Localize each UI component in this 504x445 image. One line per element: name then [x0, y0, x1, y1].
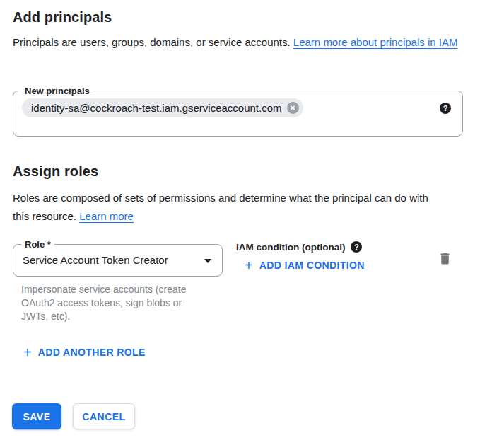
- cancel-button[interactable]: CANCEL: [73, 403, 135, 429]
- learn-more-principals-link[interactable]: Learn more about principals in IAM: [293, 36, 458, 48]
- add-iam-condition-button[interactable]: + ADD IAM CONDITION: [245, 260, 365, 271]
- dropdown-arrow-icon: [204, 259, 211, 263]
- plus-icon: +: [245, 260, 253, 271]
- principal-chip-text: identity-sa@cockroach-test.iam.gservicea…: [31, 102, 282, 114]
- roles-description-text: Roles are composed of sets of permission…: [13, 192, 428, 222]
- iam-condition-help-icon[interactable]: ?: [351, 241, 362, 253]
- principals-description: Principals are users, groups, domains, o…: [13, 33, 465, 52]
- new-principals-field[interactable]: New principals identity-sa@cockroach-tes…: [13, 91, 463, 137]
- assign-roles-title: Assign roles: [13, 163, 98, 180]
- iam-condition-label: IAM condition (optional): [236, 242, 345, 253]
- add-principals-title: Add principals: [13, 9, 112, 25]
- role-selected-value: Service Account Token Creator: [23, 245, 168, 276]
- save-button[interactable]: SAVE: [12, 403, 61, 429]
- plus-icon: +: [23, 347, 32, 358]
- principal-chip[interactable]: identity-sa@cockroach-test.iam.gservicea…: [22, 98, 303, 117]
- chip-remove-icon[interactable]: ✕: [287, 102, 299, 114]
- new-principals-label: New principals: [21, 85, 93, 97]
- roles-description: Roles are composed of sets of permission…: [13, 189, 444, 226]
- role-select[interactable]: Role * Service Account Token Creator: [13, 244, 223, 277]
- add-another-role-button[interactable]: + ADD ANOTHER ROLE: [23, 347, 146, 358]
- trash-icon: [438, 251, 452, 266]
- new-principals-help-icon[interactable]: ?: [440, 103, 451, 114]
- principals-description-text: Principals are users, groups, domains, o…: [13, 36, 293, 48]
- add-another-role-label: ADD ANOTHER ROLE: [38, 347, 146, 358]
- role-helper-text: Impersonate service accounts (create OAu…: [21, 283, 199, 323]
- iam-condition-header: IAM condition (optional) ?: [236, 241, 362, 253]
- learn-more-roles-link[interactable]: Learn more: [79, 210, 134, 222]
- add-iam-condition-label: ADD IAM CONDITION: [259, 260, 365, 271]
- add-principals-dialog: Add principals Principals are users, gro…: [0, 0, 504, 445]
- delete-role-button[interactable]: [435, 248, 455, 269]
